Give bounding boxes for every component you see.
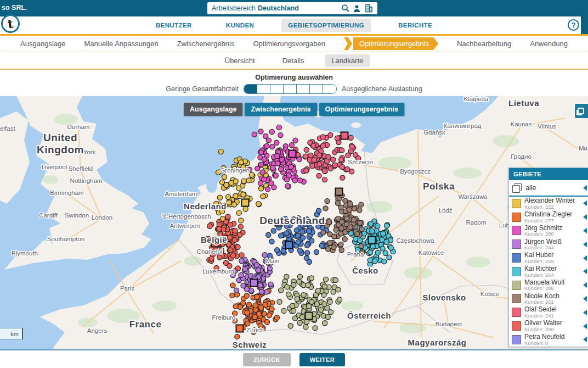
panel-item-alexander-winter[interactable]: Alexander WinterKunden: 222 xyxy=(509,197,588,210)
slider-segment-5[interactable] xyxy=(310,85,323,93)
map[interactable]: BelfastDurhamYorkLiverpoolSheffieldNotti… xyxy=(0,96,588,349)
panel-item-arrow[interactable] xyxy=(580,242,587,247)
workspace-search[interactable]: Arbeitsbereich Deutschland xyxy=(207,2,377,14)
panel-item-arrow[interactable] xyxy=(580,296,587,302)
panel-item-all[interactable]: alle xyxy=(509,180,588,197)
territory-color-swatch xyxy=(512,294,521,303)
slider-segment-4[interactable] xyxy=(297,85,310,93)
building-icon[interactable] xyxy=(364,4,373,13)
map-city-label: Plymouth xyxy=(12,250,38,257)
slider-segment-1[interactable] xyxy=(257,85,270,93)
territory-customers: Kunden: 259 xyxy=(524,259,577,264)
optimization-title: Optimierung auswählen xyxy=(255,74,333,81)
wizard-step-optimierungsvorgaben[interactable]: Optimierungsvorgaben xyxy=(253,40,325,48)
map-country-label: Slovensko xyxy=(422,293,466,302)
territory-center-marker xyxy=(286,242,293,249)
map-city-label: Gdańsk xyxy=(423,129,445,136)
nav-item-benutzer[interactable]: BENUTZER xyxy=(149,19,199,32)
territory-name: Petra Neufeld xyxy=(524,333,577,341)
panel-item-text: Kai HuberKunden: 259 xyxy=(524,252,577,264)
wizard-step-ausgangslage[interactable]: Ausgangslage xyxy=(20,40,65,48)
map-button-ausgangslage[interactable]: Ausgangslage xyxy=(184,103,242,116)
panel-item-arrow[interactable] xyxy=(580,214,587,220)
segmented-slider[interactable] xyxy=(244,84,337,94)
user-icon[interactable] xyxy=(352,4,361,13)
slider-left-label: Geringe Gesamtfahrzeit xyxy=(166,85,239,93)
panel-item-text: Christina ZieglerKunden: 277 xyxy=(524,211,577,224)
map-city-label: Bydgoszcz xyxy=(400,168,431,175)
wizard-step-manuelle-anpassungen[interactable]: Manuelle Anpassungen xyxy=(84,40,159,48)
slider-segment-6[interactable] xyxy=(323,85,336,93)
panel-item-kai-huber[interactable]: Kai HuberKunden: 259 xyxy=(509,251,588,265)
territory-color-swatch xyxy=(512,213,521,222)
panel-item-text: Jürgen WeißKunden: 244 xyxy=(524,238,577,251)
panel-item-text: Manuela WolfKunden: 288 xyxy=(524,279,577,292)
app-logo[interactable]: t xyxy=(0,13,21,34)
territory-center-marker xyxy=(336,188,343,196)
next-button[interactable]: WEITER xyxy=(299,353,345,366)
map-canvas[interactable]: BelfastDurhamYorkLiverpoolSheffieldNotti… xyxy=(0,96,588,349)
map-button-zwischenergebnis[interactable]: Zwischenergebnis xyxy=(245,103,317,116)
map-city-label: York xyxy=(83,149,96,155)
subtab-landkarte[interactable]: Landkarte xyxy=(325,54,370,67)
wizard-step-zwischenergebnis[interactable]: Zwischenergebnis xyxy=(177,40,235,48)
footer: ZURÜCK WEITER xyxy=(0,349,588,368)
map-country-label: Magyarország xyxy=(408,338,467,347)
slider-segment-3[interactable] xyxy=(284,85,297,93)
panel-item-arrow[interactable] xyxy=(580,228,587,233)
map-country-label: België xyxy=(201,235,227,244)
panel-item-arrow[interactable] xyxy=(580,324,587,329)
map-city-label: Cardiff xyxy=(39,212,58,219)
map-panel-toggle[interactable] xyxy=(575,104,588,118)
map-city-label: Birmingham xyxy=(50,189,83,196)
panel-item-arrow[interactable] xyxy=(580,269,587,274)
corner-strip xyxy=(581,16,588,34)
wizard-step-anwendung[interactable]: Anwendung xyxy=(530,40,568,48)
territory-color-swatch xyxy=(512,253,521,263)
help-button[interactable]: ? xyxy=(568,19,579,31)
panel-item-j-rgen-wei[interactable]: Jürgen WeißKunden: 244 xyxy=(509,237,588,251)
search-icon[interactable] xyxy=(341,4,350,13)
wizard-step-nachbearbeitung[interactable]: Nachbearbeitung xyxy=(457,40,511,48)
map-city-label: Amsterdam xyxy=(165,191,197,197)
slider-segment-0[interactable] xyxy=(244,85,257,93)
panel-item-christina-ziegler[interactable]: Christina ZieglerKunden: 277 xyxy=(509,210,588,224)
territory-name: Alexander Winter xyxy=(524,197,577,204)
gebiete-panel: GEBIETE alle Alexander WinterKunden: 222… xyxy=(508,168,588,347)
territory-customers: Kunden: 280 xyxy=(524,327,577,332)
back-button[interactable]: ZURÜCK xyxy=(243,353,291,366)
layers-all-icon xyxy=(512,183,522,193)
map-city-label: Durham xyxy=(67,124,90,130)
panel-item-olaf-seidel[interactable]: Olaf SeidelKunden: 241 xyxy=(509,305,588,319)
panel-item-arrow[interactable] xyxy=(580,185,587,191)
subtab-bersicht[interactable]: Übersicht xyxy=(218,54,262,67)
map-city-label: Angers xyxy=(87,327,108,334)
panel-item-arrow[interactable] xyxy=(580,255,587,261)
territory-color-swatch xyxy=(512,308,521,317)
panel-item-arrow[interactable] xyxy=(580,310,587,315)
panel-item-arrow[interactable] xyxy=(580,282,587,288)
map-scale[interactable]: km xyxy=(0,328,23,339)
panel-item-petra-neufeld[interactable]: Petra NeufeldKunden: 0 xyxy=(509,333,588,347)
nav-item-gebietsoptimierung[interactable]: GEBIETSOPTIMIERUNG xyxy=(281,19,371,32)
wizard-step-optimierungsergebnis[interactable]: Optimierungsergebnis xyxy=(344,37,438,50)
map-country-label: Lietuva xyxy=(508,98,539,108)
map-city-label: Sheffield xyxy=(69,165,93,172)
panel-item-arrow[interactable] xyxy=(580,200,587,206)
territory-center-marker xyxy=(341,132,348,140)
panel-item-nicole-koch[interactable]: Nicole KochKunden: 261 xyxy=(509,292,588,306)
map-button-optimierungsergebnis[interactable]: Optimierungsergebnis xyxy=(319,103,404,116)
panel-item-manuela-wolf[interactable]: Manuela WolfKunden: 288 xyxy=(509,278,588,292)
panel-item-j-rg-schmitz[interactable]: Jörg SchmitzKunden: 280 xyxy=(509,224,588,238)
panel-item-arrow[interactable] xyxy=(580,337,587,342)
nav-items: BENUTZERKUNDENGEBIETSOPTIMIERUNGBERICHTE xyxy=(149,19,439,32)
nav-item-kunden[interactable]: KUNDEN xyxy=(219,19,261,32)
nav-item-berichte[interactable]: BERICHTE xyxy=(392,19,439,32)
territory-customers: Kunden: 244 xyxy=(524,245,577,250)
slider-segment-2[interactable] xyxy=(270,85,284,93)
panel-item-kai-richter[interactable]: Kai RichterKunden: 264 xyxy=(509,265,588,278)
panel-header: GEBIETE xyxy=(509,168,588,180)
subtab-details[interactable]: Details xyxy=(276,54,311,67)
panel-item-oliver-walter[interactable]: Oliver WalterKunden: 280 xyxy=(509,319,588,333)
map-country-label: Deutschland xyxy=(259,215,325,226)
